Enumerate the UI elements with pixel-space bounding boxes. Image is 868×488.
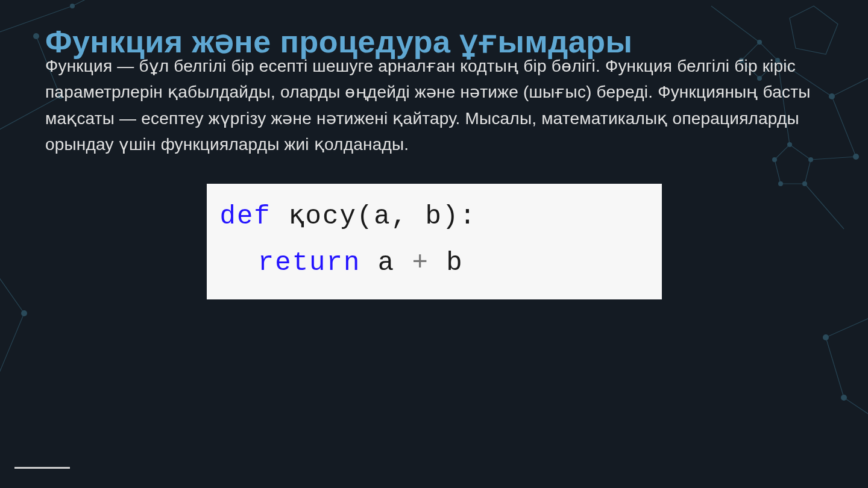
- colon: :: [459, 201, 476, 231]
- svg-point-35: [823, 334, 829, 340]
- param-a: a: [374, 201, 391, 231]
- expr-b: b: [446, 248, 463, 278]
- svg-line-16: [826, 313, 868, 337]
- svg-line-17: [826, 337, 844, 398]
- code-line-2: return a + b: [220, 240, 649, 286]
- keyword-return: return: [258, 248, 360, 278]
- footer-rule: [14, 467, 70, 469]
- keyword-def: def: [220, 201, 271, 231]
- svg-point-36: [841, 395, 847, 401]
- code-example: def қосу(a, b): return a + b: [207, 184, 662, 299]
- code-line-1: def қосу(a, b):: [220, 193, 649, 240]
- param-b: b: [425, 201, 442, 231]
- slide-content: Функция және процедура ұғымдары Функция …: [0, 0, 868, 299]
- expr-a: a: [378, 248, 395, 278]
- function-name: қосу: [288, 201, 357, 231]
- svg-line-5: [0, 313, 24, 386]
- open-paren: (: [357, 201, 374, 231]
- svg-point-23: [21, 310, 27, 316]
- comma: ,: [391, 201, 408, 231]
- slide-body-text: Функция — бұл белгілі бір есепті шешуге …: [45, 53, 817, 158]
- plus-operator: +: [412, 248, 429, 278]
- svg-line-18: [844, 398, 868, 422]
- close-paren: ): [442, 201, 459, 231]
